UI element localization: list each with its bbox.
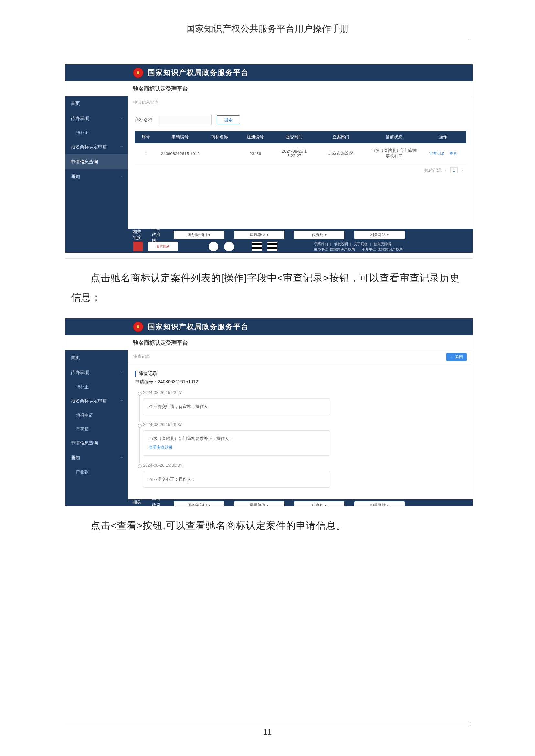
pager-page-1[interactable]: 1 <box>450 167 458 173</box>
footer-select-units[interactable]: 局属单位 ▾ <box>234 501 284 506</box>
th-dept: 立案部门 <box>314 131 368 143</box>
footer-copyright[interactable]: 版权说明 <box>334 242 348 246</box>
doc-paragraph-2: 点击<查看>按钮,可以查看驰名商标认定案件的申请信息。 <box>71 516 464 535</box>
footer-about-emblem[interactable]: 关于局徽 <box>353 242 368 246</box>
timeline-time: 2024-08-26 15:23:27 <box>143 390 466 395</box>
round-seal-icon <box>224 242 234 252</box>
app-title: 国家知识产权局政务服务平台 <box>148 68 249 78</box>
record-id-label: 申请编号： <box>135 379 158 384</box>
footer-select-units[interactable]: 局属单位 ▾ <box>234 231 284 239</box>
record-id-value: 2408063126151012 <box>158 379 198 384</box>
view-link[interactable]: 查看 <box>449 151 457 156</box>
sidebar-item-home[interactable]: 首页 <box>65 350 128 365</box>
sidebar-item-label: 驰名商标认定申请 <box>71 398 107 403</box>
footer-select-depts[interactable]: 国务院部门 ▾ <box>174 501 224 506</box>
main-content: 审查记录 ← 返回 审查记录 申请编号：2408063126151012 202… <box>128 350 473 500</box>
module-header: 驰名商标认定受理平台 <box>65 81 473 96</box>
search-button[interactable]: 搜索 <box>217 115 240 124</box>
view-review-result-link[interactable]: 查看审查结果 <box>149 445 324 450</box>
timeline-time: 2024-08-26 15:26:37 <box>143 422 466 427</box>
sidebar-item-apply[interactable]: 驰名商标认定申请 ﹀ <box>65 140 128 154</box>
timeline-item: 2024-08-26 15:23:27企业提交申请，待审核；操作人 <box>136 389 466 421</box>
sidebar-item-label: 通知 <box>71 455 80 460</box>
footer-links-row: 相关链接 中国政府网 国务院部门 ▾ 局属单位 ▾ 代办处 ▾ 相关网站 ▾ <box>65 229 473 240</box>
footer-info: 联系我们| 版权说明| 关于局徽| 信息无障碍 主办单位: 国家知识产权局 承办… <box>312 241 405 252</box>
timeline-text: 企业提交申请，待审核；操作人 <box>149 404 324 410</box>
doc-paragraph-1: 点击驰名商标认定案件列表的[操作]字段中<审查记录>按钮，可以查看审查记录历史信… <box>71 268 464 307</box>
app-header: 国家知识产权局政务服务平台 <box>65 318 473 335</box>
sidebar-item-pending[interactable]: 待办事项 ﹀ <box>65 365 128 380</box>
sidebar-item-query[interactable]: 申请信息查询 <box>65 436 128 450</box>
trademark-name-input[interactable] <box>158 115 211 125</box>
sidebar-item-label: 待办事项 <box>71 370 89 375</box>
footer-links-label: 相关链接 <box>133 229 142 240</box>
cell-ops: 审查记录 查看 <box>420 143 466 164</box>
footer-select-sites[interactable]: 相关网站 ▾ <box>354 501 405 506</box>
sidebar-sub-received[interactable]: 已收到 <box>65 466 128 479</box>
qr-code-icon <box>268 242 277 252</box>
cell-app-no: 240806312615 1012 <box>157 143 203 164</box>
timeline-detail: 企业提交补正；操作人： <box>143 471 330 488</box>
review-record-link[interactable]: 审查记录 <box>429 151 445 156</box>
document-title: 国家知识产权公共服务平台用户操作手册 <box>65 23 470 35</box>
cell-reg-no: 23456 <box>236 143 274 164</box>
footer-rule <box>65 724 470 724</box>
search-label: 商标名称 <box>134 117 153 123</box>
table-row: 1 240806312615 1012 23456 2024-08-26 1 5… <box>134 143 466 164</box>
sidebar-item-notice[interactable]: 通知 ﹀ <box>65 169 128 184</box>
sidebar-sub-correction[interactable]: 待补正 <box>65 126 128 140</box>
cell-dept: 北京市海淀区 <box>314 143 368 164</box>
timeline-detail: 企业提交申请，待审核；操作人 <box>143 398 330 415</box>
sidebar: 首页 待办事项 ﹀ 待补正 驰名商标认定申请 ﹀ 填报申请 草稿箱 申请信息查询… <box>65 350 128 500</box>
sidebar-sub-draft[interactable]: 草稿箱 <box>65 422 128 436</box>
sidebar-item-home[interactable]: 首页 <box>65 96 128 111</box>
sidebar-item-label: 待办事项 <box>71 116 89 121</box>
sidebar: 首页 待办事项 ﹀ 待补正 驰名商标认定申请 ﹀ 申请信息查询 通知 ﹀ <box>65 96 128 229</box>
header-rule <box>65 41 470 41</box>
back-button[interactable]: ← 返回 <box>446 353 467 361</box>
footer-select-sites[interactable]: 相关网站 ▾ <box>354 231 405 239</box>
footer-select-depts[interactable]: 国务院部门 ▾ <box>174 231 224 239</box>
screenshot-1: 国家知识产权局政务服务平台 驰名商标认定受理平台 首页 待办事项 ﹀ 待补正 驰… <box>65 64 473 258</box>
pagination: 共1条记录 ‹ 1 › <box>134 164 466 176</box>
sidebar-item-apply[interactable]: 驰名商标认定申请 ﹀ <box>65 394 128 409</box>
pager-total: 共1条记录 <box>424 168 442 173</box>
pager-next[interactable]: › <box>462 168 463 173</box>
record-app-id: 申请编号：2408063126151012 <box>135 379 466 385</box>
footer-accessibility[interactable]: 信息无障碍 <box>374 242 391 246</box>
sidebar-item-pending[interactable]: 待办事项 ﹀ <box>65 111 128 126</box>
footer-contact[interactable]: 联系我们 <box>314 242 328 246</box>
breadcrumb-label: 审查记录 <box>133 354 150 359</box>
gov-mark-icon <box>133 242 143 252</box>
th-submit-time: 提交时间 <box>275 131 314 143</box>
cell-status: 市级（直辖县）部门审核要求补正 <box>368 143 420 164</box>
sidebar-sub-fill[interactable]: 填报申请 <box>65 409 128 422</box>
breadcrumb: 申请信息查询 <box>128 96 473 109</box>
main-content: 申请信息查询 商标名称 搜索 序号 申请编号 商标名称 注册编号 提交时间 <box>128 96 473 229</box>
pager-prev[interactable]: ‹ <box>445 168 446 173</box>
chevron-down-icon: ﹀ <box>120 370 124 375</box>
timeline-detail: 市级（直辖县）部门审核要求补正；操作人：查看审查结果 <box>143 430 330 456</box>
footer-badges-row: 政府网站 联系我们| 版权说明| 关于局徽| 信息无障碍 主办单位: 国家知识产… <box>65 240 473 253</box>
gov-site-badge: 政府网站 <box>149 242 178 252</box>
record-section-title: 审查记录 <box>134 371 466 377</box>
timeline-text: 企业提交补正；操作人： <box>149 476 324 482</box>
footer-gov-link[interactable]: 中国政府网 <box>152 226 164 243</box>
results-table: 序号 申请编号 商标名称 注册编号 提交时间 立案部门 当前状态 操作 1 24… <box>134 131 466 164</box>
sidebar-item-notice[interactable]: 通知 ﹀ <box>65 450 128 466</box>
th-ops: 操作 <box>420 131 466 143</box>
chevron-down-icon: ﹀ <box>120 455 124 460</box>
cell-index: 1 <box>134 143 157 164</box>
footer-links-row: 相关链接 中国政府网 国务院部门 ▾ 局属单位 ▾ 代办处 ▾ 相关网站 ▾ <box>65 500 473 506</box>
breadcrumb: 审查记录 ← 返回 <box>128 350 473 363</box>
sidebar-sub-correction[interactable]: 待补正 <box>65 380 128 394</box>
footer-select-agency[interactable]: 代办处 ▾ <box>294 501 345 506</box>
sidebar-item-query[interactable]: 申请信息查询 <box>65 154 128 169</box>
footer-gov-link[interactable]: 中国政府网 <box>152 497 164 506</box>
national-emblem-icon <box>133 68 143 78</box>
page-number: 11 <box>0 728 535 737</box>
screenshot-2: 国家知识产权局政务服务平台 驰名商标认定受理平台 首页 待办事项 ﹀ 待补正 驰… <box>65 318 473 506</box>
th-index: 序号 <box>134 131 157 143</box>
app-title: 国家知识产权局政务服务平台 <box>148 322 249 332</box>
footer-select-agency[interactable]: 代办处 ▾ <box>294 231 345 239</box>
